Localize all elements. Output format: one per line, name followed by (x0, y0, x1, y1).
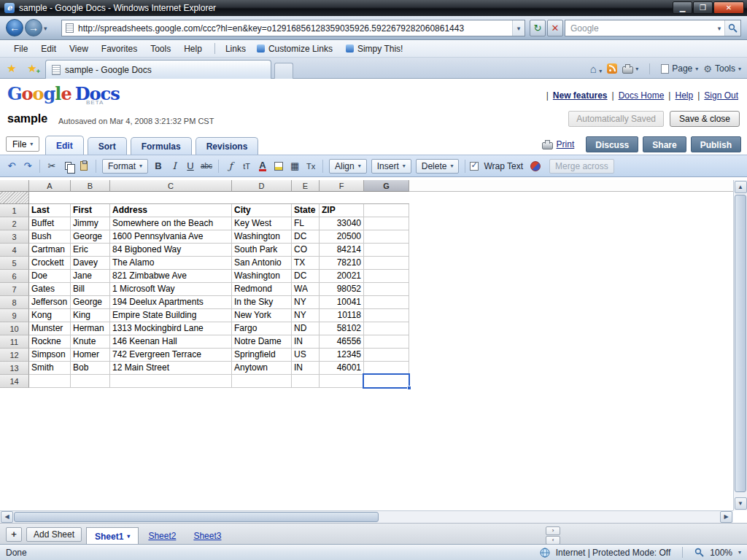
cell-g10[interactable] (364, 322, 409, 335)
cell-g2[interactable] (364, 217, 409, 230)
row-header-7[interactable]: 7 (0, 283, 29, 296)
row-header-9[interactable]: 9 (0, 309, 29, 322)
button-share[interactable]: Share (643, 136, 686, 152)
cell-c9[interactable]: Empire State Building (110, 309, 232, 322)
search-box[interactable]: Google ▾ (565, 20, 741, 36)
stop-button[interactable]: ✕ (547, 20, 563, 36)
vscroll-thumb[interactable] (735, 195, 746, 492)
row-header-12[interactable]: 12 (0, 349, 29, 362)
cell-a9[interactable]: Kong (29, 309, 71, 322)
cell-e14[interactable] (292, 375, 320, 388)
fill-color-button[interactable] (271, 159, 286, 174)
row-header-10[interactable]: 10 (0, 322, 29, 335)
selection-box[interactable] (363, 373, 410, 389)
cell-f12[interactable]: 12345 (320, 349, 364, 362)
feed-button[interactable] (607, 63, 617, 74)
add-sheet-button[interactable]: Add Sheet (26, 527, 82, 542)
cell-c6[interactable]: 821 Zimbabwe Ave (110, 270, 232, 283)
row-header-6[interactable]: 6 (0, 270, 29, 283)
cell-g4[interactable] (364, 244, 409, 257)
cell-c14[interactable] (110, 375, 232, 388)
cell-a6[interactable]: Doe (29, 270, 71, 283)
cell-f4[interactable]: 84214 (320, 244, 364, 257)
cell-a12[interactable]: Simpson (29, 349, 71, 362)
scroll-left-button[interactable]: ◀ (1, 511, 13, 523)
cell-g3[interactable] (364, 230, 409, 244)
grid-corner[interactable] (0, 180, 29, 192)
cell-f5[interactable]: 78210 (320, 257, 364, 270)
cell-e12[interactable]: US (292, 349, 320, 362)
tab-formulas[interactable]: Formulas (131, 137, 192, 155)
cell-d2[interactable]: Key West (232, 217, 292, 230)
add-favorite-button[interactable]: ★+ (23, 61, 41, 77)
cell-b14[interactable] (71, 375, 110, 388)
cell-d3[interactable]: Washington (232, 230, 292, 244)
undo-icon[interactable]: ↶ (4, 159, 19, 174)
back-button[interactable]: ← (6, 19, 23, 36)
browser-tab[interactable]: sample - Google Docs (45, 60, 271, 79)
horizontal-scrollbar[interactable]: ◀ ▶ (0, 510, 733, 523)
cut-icon[interactable]: ✂ (44, 159, 59, 174)
cell-d4[interactable]: South Park (232, 244, 292, 257)
selection-handle[interactable] (407, 386, 411, 390)
borders-button[interactable]: ▦ (287, 159, 302, 174)
row-header-2[interactable]: 2 (0, 217, 29, 230)
wrap-text-checkbox[interactable] (470, 162, 479, 171)
url-text[interactable]: http://spreadsheets.google.com/ccc?hl=en… (78, 23, 512, 34)
zoom-dropdown[interactable]: ▾ (738, 549, 741, 556)
cell-c12[interactable]: 742 Evergreen Terrace (110, 349, 232, 362)
address-bar[interactable]: http://spreadsheets.google.com/ccc?hl=en… (61, 20, 525, 36)
insert-button[interactable]: Insert▾ (371, 159, 411, 174)
zoom-icon[interactable] (694, 548, 704, 557)
cell-g1[interactable] (364, 204, 409, 217)
cell-a14[interactable] (29, 375, 71, 388)
cell-a2[interactable]: Buffet (29, 217, 71, 230)
forward-button[interactable]: → (25, 19, 42, 36)
col-header-c[interactable]: C (110, 180, 232, 192)
home-button[interactable]: ⌂ ▾ (590, 63, 602, 75)
cell-d7[interactable]: Redmond (232, 283, 292, 296)
url-dropdown[interactable]: ▾ (512, 20, 525, 36)
cell-c4[interactable]: 84 Bigboned Way (110, 244, 232, 257)
file-menu-button[interactable]: File▾ (6, 136, 39, 152)
gadget-icon[interactable] (530, 161, 541, 171)
cell-g5[interactable] (364, 257, 409, 270)
row-header-13[interactable]: 13 (0, 362, 29, 375)
cell-a7[interactable]: Gates (29, 283, 71, 296)
menu-help[interactable]: Help (177, 42, 209, 56)
new-tab-stub[interactable] (274, 63, 293, 79)
cell-d11[interactable]: Notre Dame (232, 335, 292, 349)
sheet-scroll-left-button[interactable]: ‹ (546, 536, 560, 544)
cell-b10[interactable]: Herman (71, 322, 110, 335)
cell-e5[interactable]: TX (292, 257, 320, 270)
cell-c11[interactable]: 146 Keenan Hall (110, 335, 232, 349)
print-button[interactable]: ▾ (622, 64, 638, 74)
cell-f6[interactable]: 20021 (320, 270, 364, 283)
row-header-4[interactable]: 4 (0, 244, 29, 257)
cell-f14[interactable] (320, 375, 364, 388)
refresh-button[interactable]: ↻ (530, 20, 546, 36)
row-header-14[interactable]: 14 (0, 375, 29, 388)
scroll-down-button[interactable]: ▼ (735, 497, 747, 510)
cell-b6[interactable]: Jane (71, 270, 110, 283)
cell-b13[interactable]: Bob (71, 362, 110, 375)
maximize-button[interactable]: ❐ (693, 1, 713, 14)
cell-e1[interactable]: State (292, 204, 320, 217)
paste-icon[interactable] (77, 159, 91, 174)
cell-c7[interactable]: 1 Microsoft Way (110, 283, 232, 296)
sheet-tab-sheet3[interactable]: Sheet3 (185, 527, 229, 544)
button-discuss[interactable]: Discuss (586, 136, 638, 152)
cell-b4[interactable]: Eric (71, 244, 110, 257)
cell-f13[interactable]: 46001 (320, 362, 364, 375)
zoom-level[interactable]: 100% (710, 548, 732, 558)
cell-f1[interactable]: ZIP (320, 204, 364, 217)
menu-favorites[interactable]: Favorites (95, 42, 144, 56)
tools-menu-button[interactable]: ⚙Tools▾ (703, 63, 741, 74)
row-header-3[interactable]: 3 (0, 230, 29, 244)
row-header-8[interactable]: 8 (0, 296, 29, 309)
cell-e9[interactable]: NY (292, 309, 320, 322)
cell-a11[interactable]: Rockne (29, 335, 71, 349)
cell-f8[interactable]: 10041 (320, 296, 364, 309)
cell-a5[interactable]: Crockett (29, 257, 71, 270)
tab-revisions[interactable]: Revisions (196, 137, 259, 155)
